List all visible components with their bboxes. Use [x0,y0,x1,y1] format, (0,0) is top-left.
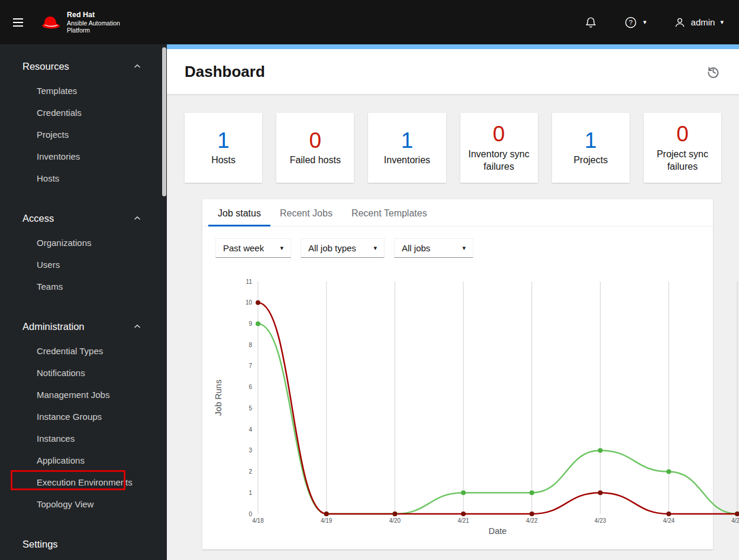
chevron-up-icon [134,64,141,69]
section-label: Settings [22,539,58,550]
svg-text:2: 2 [249,468,252,475]
job-runs-line-chart: 012345678910114/184/194/204/214/224/234/… [212,274,739,543]
page-header: Dashboard [167,49,739,94]
svg-text:5: 5 [249,405,252,412]
sidebar-item-projects[interactable]: Projects [0,124,162,145]
svg-text:Date: Date [489,526,507,536]
page-title: Dashboard [185,63,265,81]
svg-text:4: 4 [249,426,252,433]
sidebar-item-topology-view[interactable]: Topology View [0,493,162,515]
sidebar-item-inventories[interactable]: Inventories [0,145,162,167]
jobs-select[interactable]: All jobs ▾ [394,238,473,258]
card-label: Inventory sync failures [466,148,532,173]
question-glyph: ? [629,18,632,25]
svg-text:4/20: 4/20 [389,517,401,524]
tab-job-status[interactable]: Job status [208,199,270,226]
summary-card-failed-hosts: 0 Failed hosts [276,113,354,183]
job-type-select-value: All job types [308,243,356,253]
sidebar-item-notifications[interactable]: Notifications [0,362,162,384]
section-label: Access [22,213,54,224]
sidebar: Resources Templates Credentials Projects… [0,44,167,560]
notifications-button[interactable] [585,16,597,29]
red-hat-fedora-icon [40,15,62,30]
sidebar-item-credential-types[interactable]: Credential Types [0,340,162,362]
tab-recent-templates[interactable]: Recent Templates [342,199,437,226]
help-menu-button[interactable]: ? ▾ [624,16,647,29]
bell-icon [585,16,597,29]
projects-count-link[interactable]: 1 [585,129,597,153]
dashboard-tabs: Job status Recent Jobs Recent Templates [202,199,713,226]
section-label: Administration [22,321,85,332]
svg-text:4/23: 4/23 [595,517,606,524]
chevron-up-icon [134,324,141,329]
svg-text:11: 11 [246,279,253,285]
svg-text:1: 1 [249,490,252,496]
sidebar-section-access-toggle[interactable]: Access [0,205,162,232]
sidebar-section-resources: Resources Templates Credentials Projects… [0,53,162,189]
inventories-count-link[interactable]: 1 [401,129,414,153]
svg-text:4/19: 4/19 [321,517,333,524]
job-status-panel: Job status Recent Jobs Recent Templates … [202,199,713,549]
dashboard-history-button[interactable] [706,65,720,79]
card-label: Project sync failures [650,148,715,173]
svg-text:10: 10 [246,299,253,306]
summary-card-hosts: 1 Hosts [185,113,262,183]
section-label: Resources [22,61,69,72]
nav-toggle-button[interactable] [8,11,32,34]
summary-card-project-sync-failures: 0 Project sync failures [644,113,721,183]
sidebar-item-management-jobs[interactable]: Management Jobs [0,384,162,406]
sidebar-section-settings: Settings [0,530,162,558]
hosts-count-link[interactable]: 1 [217,129,230,153]
svg-text:Job Runs: Job Runs [214,380,223,416]
svg-text:4/18: 4/18 [252,517,264,524]
question-circle-icon: ? [624,16,637,29]
period-select-value: Past week [223,243,264,253]
job-type-select[interactable]: All job types ▾ [301,238,385,258]
caret-down-icon: ▾ [373,245,377,251]
inventory-sync-failures-count-link[interactable]: 0 [493,122,505,147]
sidebar-item-applications[interactable]: Applications [0,449,162,471]
svg-text:9: 9 [249,321,252,327]
sidebar-item-users[interactable]: Users [0,254,162,276]
user-label: admin [691,17,715,27]
svg-text:6: 6 [249,384,252,390]
sidebar-item-credentials[interactable]: Credentials [0,102,162,124]
chart-area: 012345678910114/184/194/204/214/224/234/… [202,258,713,549]
card-label: Inventories [384,154,430,167]
history-icon [706,65,720,79]
svg-text:7: 7 [249,362,252,369]
period-select[interactable]: Past week ▾ [215,238,291,258]
sidebar-scrollbar-thumb[interactable] [162,47,166,196]
sidebar-item-templates[interactable]: Templates [0,80,162,102]
sidebar-section-access: Access Organizations Users Teams [0,205,162,297]
dashboard-content: 1 Hosts 0 Failed hosts 1 Inventories 0 I… [167,94,739,549]
sidebar-section-administration-toggle[interactable]: Administration [0,313,162,340]
project-sync-failures-count-link[interactable]: 0 [676,122,689,147]
sidebar-item-instance-groups[interactable]: Instance Groups [0,406,162,428]
svg-text:4/21: 4/21 [457,517,469,524]
brand-line-2: Ansible Automation [67,20,120,27]
sidebar-item-organizations[interactable]: Organizations [0,232,162,254]
sidebar-item-teams[interactable]: Teams [0,276,162,297]
user-menu-button[interactable]: admin ▾ [674,17,724,28]
svg-text:0: 0 [249,511,252,517]
card-label: Hosts [211,154,235,167]
chevron-up-icon [134,216,141,221]
sidebar-section-administration: Administration Credential Types Notifica… [0,313,162,515]
tab-recent-jobs[interactable]: Recent Jobs [270,199,342,226]
brand-line-1: Red Hat [67,11,120,20]
sidebar-item-label: Execution Environments [37,477,133,487]
caret-down-icon: ▾ [462,245,466,251]
sidebar-item-execution-environments[interactable]: Execution Environments [0,471,162,493]
summary-card-inventories: 1 Inventories [368,113,446,183]
sidebar-item-settings[interactable]: Settings [0,530,162,558]
masthead: Red Hat Ansible Automation Platform ? ▾ … [0,0,739,44]
top-accent-bar [167,44,739,49]
masthead-toolbar: ? ▾ admin ▾ [585,16,724,29]
caret-down-icon: ▾ [643,19,647,25]
sidebar-item-instances[interactable]: Instances [0,428,162,449]
sidebar-item-hosts[interactable]: Hosts [0,167,162,189]
failed-hosts-count-link[interactable]: 0 [309,129,321,153]
sidebar-section-resources-toggle[interactable]: Resources [0,53,162,80]
jobs-select-value: All jobs [402,243,430,253]
